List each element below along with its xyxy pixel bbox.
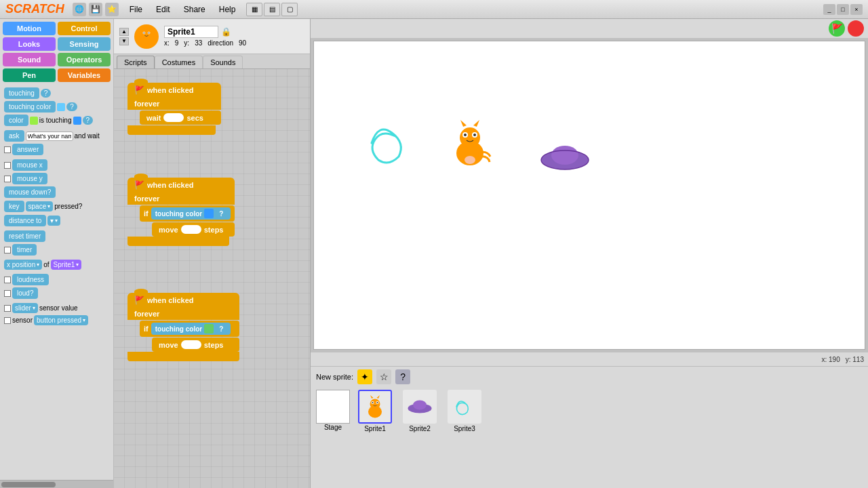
layout-btn-3[interactable]: ▢	[281, 3, 298, 16]
cat-control[interactable]: Control	[58, 22, 111, 35]
choose-sprite-btn[interactable]: ☆	[376, 369, 391, 384]
loudness-block[interactable]: loudness	[12, 274, 49, 285]
block-sensor-button[interactable]: sensor button pressed	[4, 315, 109, 325]
move-value-2[interactable]: 10	[181, 225, 201, 234]
space-dropdown[interactable]: space	[26, 201, 54, 211]
forever-block-1[interactable]: forever	[127, 98, 221, 110]
layout-btn-1[interactable]: ▦	[246, 3, 262, 16]
slider-checkbox[interactable]	[4, 305, 11, 312]
tab-costumes[interactable]: Costumes	[155, 56, 203, 68]
mouse-x-checkbox[interactable]	[4, 162, 11, 169]
loud-block[interactable]: loud?	[12, 287, 38, 299]
paint-sprite-btn[interactable]: ✦	[357, 369, 372, 384]
reset-timer-block[interactable]: reset timer	[4, 230, 45, 242]
layout-btn-2[interactable]: ▤	[264, 3, 280, 16]
red-stop-btn[interactable]	[848, 20, 864, 37]
answer-block[interactable]: answer	[12, 144, 43, 155]
minimize-btn[interactable]: _	[823, 4, 835, 15]
menu-share[interactable]: Share	[181, 3, 208, 16]
touching-color-inner-2[interactable]: touching color ?	[151, 207, 231, 220]
save-icon[interactable]: 💾	[89, 3, 102, 16]
sprite-nav-up[interactable]: ▲	[119, 28, 129, 36]
cat-operators[interactable]: Operators	[58, 53, 111, 66]
scrollbar-thumb[interactable]	[1, 482, 56, 487]
mouse-x-block[interactable]: mouse x	[12, 159, 47, 171]
block-color-touching[interactable]: color is touching ?	[4, 115, 109, 126]
left-scrollbar[interactable]	[0, 480, 113, 488]
block-ask[interactable]: ask and wait	[4, 130, 109, 142]
hat-block-3[interactable]: 🚩 when clicked	[127, 293, 239, 308]
sprite-name-input[interactable]	[164, 26, 218, 38]
button-dropdown[interactable]: button pressed	[34, 315, 88, 325]
mouse-down-block[interactable]: mouse down?	[4, 186, 56, 198]
hat-block-1[interactable]: 🚩 when clicked	[127, 83, 221, 98]
timer-block[interactable]: timer	[12, 244, 37, 256]
menu-help[interactable]: Help	[216, 3, 239, 16]
move-value-3[interactable]: -10	[181, 340, 201, 349]
loud-checkbox[interactable]	[4, 290, 11, 297]
maximize-btn[interactable]: □	[837, 4, 849, 15]
block-mouse-x[interactable]: mouse x	[4, 159, 109, 171]
sprite-thumb-2[interactable]: Sprite2	[400, 390, 439, 432]
mouse-y-block[interactable]: mouse y	[12, 173, 47, 184]
slider-dropdown[interactable]: slider	[12, 303, 38, 313]
cat-pen[interactable]: Pen	[3, 68, 56, 82]
cat-variables[interactable]: Variables	[58, 68, 111, 82]
forever-block-3[interactable]: forever	[127, 308, 239, 320]
if-block-3[interactable]: if touching color ?	[140, 321, 239, 337]
tab-sounds[interactable]: Sounds	[203, 56, 243, 68]
hat-block-2[interactable]: 🚩 when clicked	[127, 178, 235, 192]
color-block[interactable]: color	[4, 115, 28, 126]
distance-dropdown[interactable]: ▾	[47, 216, 60, 226]
cat-sensing[interactable]: Sensing	[58, 37, 111, 51]
menu-edit[interactable]: Edit	[153, 3, 173, 16]
block-x-position[interactable]: x position of Sprite1	[4, 260, 109, 270]
move-block-3[interactable]: move -10 steps	[152, 338, 239, 352]
touching-color-q[interactable]: ?	[66, 102, 77, 111]
globe-icon[interactable]: 🌐	[73, 3, 86, 16]
block-mouse-y[interactable]: mouse y	[4, 173, 109, 184]
block-timer[interactable]: timer	[4, 244, 109, 256]
sprite-thumb-3[interactable]: Sprite3	[445, 390, 484, 432]
touching-color-inner-3[interactable]: touching color ?	[151, 323, 231, 335]
loudness-checkbox[interactable]	[4, 277, 11, 283]
star-icon[interactable]: ⭐	[105, 3, 119, 16]
sprite-dropdown[interactable]: Sprite1	[51, 260, 82, 270]
ask-block[interactable]: ask	[4, 130, 24, 142]
key-block[interactable]: key	[4, 201, 24, 212]
stage-item[interactable]: Stage	[316, 390, 350, 431]
block-loudness[interactable]: loudness	[4, 274, 109, 285]
mouse-y-checkbox[interactable]	[4, 176, 11, 182]
block-touching-color[interactable]: touching color ?	[4, 101, 109, 113]
close-btn[interactable]: ×	[850, 4, 863, 15]
surprise-sprite-btn[interactable]: ?	[395, 369, 410, 384]
cat-motion[interactable]: Motion	[3, 22, 56, 35]
x-pos-dropdown[interactable]: x position	[4, 260, 42, 270]
sprite-thumb-1[interactable]: Sprite1	[355, 390, 395, 432]
touching-color-block[interactable]: touching color	[4, 101, 56, 113]
wait-block[interactable]: wait 0.001 secs	[140, 110, 221, 125]
ask-input[interactable]	[26, 131, 73, 141]
sprite-nav-down[interactable]: ▼	[119, 37, 129, 45]
cat-sound[interactable]: Sound	[3, 53, 56, 66]
block-reset-timer[interactable]: reset timer	[4, 230, 109, 242]
distance-block[interactable]: distance to	[4, 215, 46, 226]
timer-checkbox[interactable]	[4, 247, 11, 253]
block-key-pressed[interactable]: key space pressed?	[4, 201, 109, 212]
block-distance[interactable]: distance to ▾	[4, 215, 109, 226]
touching-block[interactable]: touching	[4, 87, 39, 99]
block-mouse-down[interactable]: mouse down?	[4, 186, 109, 198]
stage-thumb[interactable]	[316, 390, 350, 424]
block-touching[interactable]: touching ?	[4, 87, 109, 99]
touching-q[interactable]: ?	[41, 89, 52, 98]
block-slider-sensor[interactable]: slider sensor value	[4, 303, 109, 313]
answer-checkbox[interactable]	[4, 146, 11, 153]
tab-scripts[interactable]: Scripts	[117, 56, 155, 68]
menu-file[interactable]: File	[127, 3, 145, 16]
forever-block-2[interactable]: forever	[127, 192, 235, 205]
sensor-checkbox[interactable]	[4, 317, 11, 324]
block-loud[interactable]: loud?	[4, 287, 109, 299]
color-touching-q[interactable]: ?	[83, 116, 94, 125]
wait-value[interactable]: 0.001	[163, 113, 184, 122]
move-block-2[interactable]: move 10 steps	[152, 222, 235, 237]
